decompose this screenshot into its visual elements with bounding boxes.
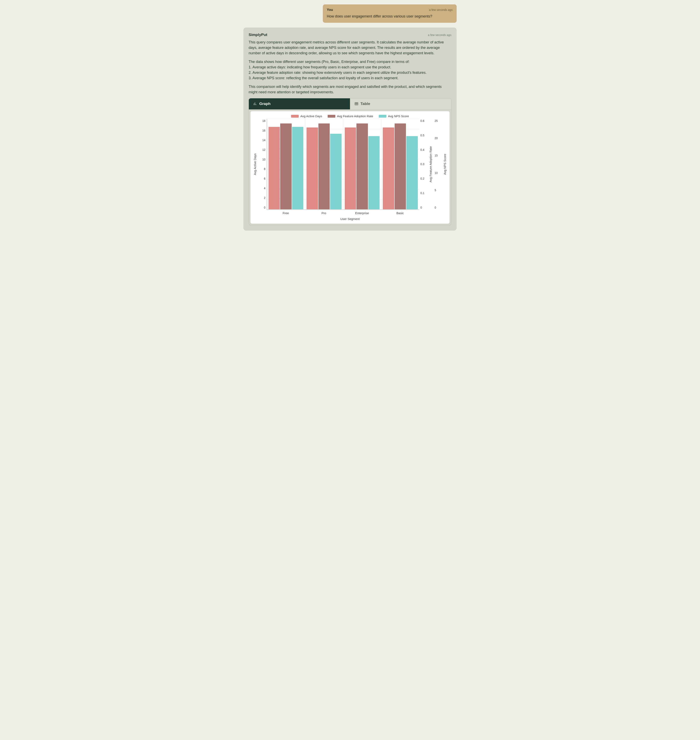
bar-group [343, 119, 381, 209]
axis-tick: 0.2 [421, 176, 424, 181]
y-left-ticks: 181614121086420 [258, 119, 267, 210]
legend-label: Avg NPS Score [388, 114, 409, 119]
tab-graph[interactable]: Graph [249, 98, 350, 109]
axis-tick: 0.1 [421, 191, 424, 195]
view-tabs: Graph Table [249, 98, 451, 110]
axis-tick: 18 [262, 119, 266, 123]
chart-legend: Avg Active DaysAvg Feature Adoption Rate… [253, 114, 447, 119]
x-tick: Free [267, 210, 305, 216]
legend-item[interactable]: Avg NPS Score [379, 114, 409, 119]
plot-row: Avg Active Days 181614121086420 0.60.50.… [253, 119, 447, 210]
assistant-body: This query compares user engagement metr… [249, 40, 451, 95]
y-right2-ticks: 2520151050 [434, 119, 442, 210]
axis-tick: 20 [435, 136, 438, 140]
tab-graph-label: Graph [259, 101, 271, 107]
user-sender: You [327, 7, 333, 12]
assistant-message: SimplyPut a few seconds ago This query c… [243, 28, 457, 231]
axis-tick: 10 [262, 157, 266, 162]
legend-swatch-icon [328, 115, 335, 117]
plot-area[interactable] [267, 119, 419, 210]
bar[interactable] [292, 127, 303, 209]
assistant-bullet-2: 2. Average feature adoption rate: showin… [249, 70, 451, 75]
axis-tick: 5 [435, 188, 436, 192]
axis-tick: 15 [435, 153, 438, 158]
legend-swatch-icon [291, 115, 299, 117]
chart-panel: Avg Active DaysAvg Feature Adoption Rate… [249, 110, 451, 226]
x-axis-row: . 00 FreeProEnterpriseBasic 0.0 . 00 . [253, 210, 447, 216]
assistant-timestamp: a few seconds ago [428, 33, 451, 37]
table-icon [354, 102, 359, 106]
svg-rect-0 [355, 103, 358, 105]
axis-tick: 0 [264, 206, 266, 210]
bar[interactable] [356, 123, 368, 210]
bar-chart-icon [253, 102, 257, 106]
bar[interactable] [318, 123, 330, 210]
legend-item[interactable]: Avg Active Days [291, 114, 322, 119]
tab-table[interactable]: Table [350, 98, 451, 109]
axis-tick: 16 [262, 129, 266, 133]
axis-tick: 25 [435, 119, 438, 123]
bar[interactable] [368, 136, 380, 209]
legend-label: Avg Feature Adoption Rate [337, 114, 373, 119]
legend-swatch-icon [379, 115, 387, 117]
assistant-para-1: This query compares user engagement metr… [249, 40, 451, 56]
legend-label: Avg Active Days [300, 114, 322, 119]
legend-item[interactable]: Avg Feature Adoption Rate [328, 114, 373, 119]
axis-tick: 6 [264, 176, 266, 181]
assistant-bullet-1: 1. Average active days: indicating how f… [249, 65, 451, 70]
user-timestamp: a few seconds ago [429, 8, 453, 12]
assistant-para-3: This comparison will help identify which… [249, 84, 451, 95]
bar[interactable] [383, 128, 394, 210]
bar-group [381, 119, 419, 209]
axis-tick: 0.6 [421, 119, 424, 123]
axis-tick: 12 [262, 148, 266, 152]
axis-tick: 8 [264, 167, 266, 171]
x-axis: FreeProEnterpriseBasic [267, 210, 419, 216]
y-right1-label: Avg Feature Adoption Rate [428, 119, 434, 210]
axis-tick: 10 [435, 171, 438, 175]
chart-card: Avg Active DaysAvg Feature Adoption Rate… [250, 111, 450, 224]
y-right1-ticks: 0.60.50.40.30.20.10 [419, 119, 428, 210]
bar[interactable] [307, 128, 318, 210]
axis-tick: 4 [264, 186, 266, 191]
axis-tick: 2 [264, 196, 266, 200]
bar-groups [267, 119, 419, 209]
bar[interactable] [345, 128, 356, 210]
x-tick: Enterprise [343, 210, 381, 216]
y-right2-label: Avg NPS Score [442, 119, 448, 210]
axis-tick: 0.4 [421, 148, 424, 152]
bar-group [267, 119, 305, 209]
x-axis-label: User Segment [253, 217, 447, 222]
bar[interactable] [406, 136, 418, 209]
user-message: You a few seconds ago How does user enga… [323, 4, 457, 23]
axis-tick: 0 [435, 206, 436, 210]
user-text: How does user engagement differ across v… [327, 14, 453, 19]
bar[interactable] [269, 127, 280, 209]
assistant-sender: SimplyPut [249, 32, 267, 38]
x-tick: Pro [305, 210, 343, 216]
bar[interactable] [395, 123, 406, 210]
bar[interactable] [280, 123, 292, 210]
bar-group [305, 119, 343, 209]
assistant-bullet-3: 3. Average NPS score: reflecting the ove… [249, 75, 451, 81]
tab-table-label: Table [360, 101, 370, 107]
axis-tick: 0.5 [421, 133, 424, 138]
x-tick: Basic [381, 210, 419, 216]
bar[interactable] [330, 134, 341, 209]
assistant-para-2-intro: The data shows how different user segmen… [249, 59, 451, 65]
y-left-label: Avg Active Days [253, 119, 258, 210]
axis-tick: 0.3 [421, 162, 424, 166]
axis-tick: 14 [262, 138, 266, 142]
axis-tick: 0 [421, 206, 422, 210]
